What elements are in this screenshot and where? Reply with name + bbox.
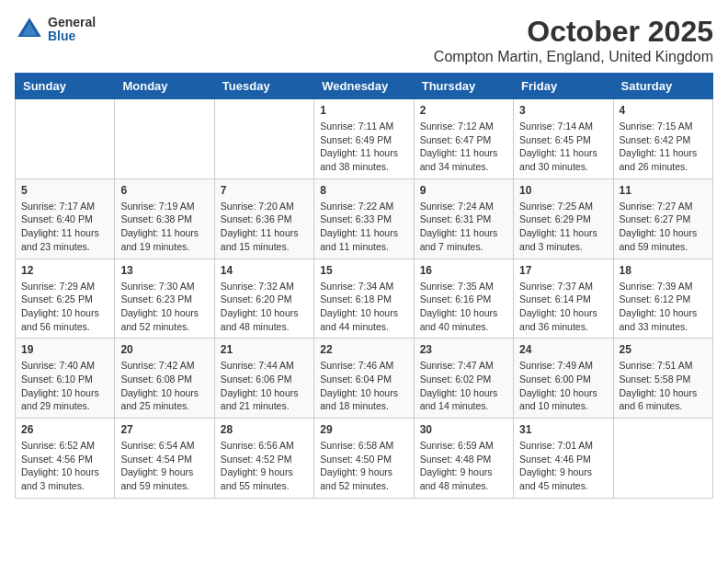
calendar-cell: 26Sunrise: 6:52 AM Sunset: 4:56 PM Dayli… — [16, 419, 115, 499]
calendar-cell: 25Sunrise: 7:51 AM Sunset: 5:58 PM Dayli… — [613, 339, 712, 419]
day-number: 6 — [120, 184, 208, 197]
day-number: 9 — [420, 184, 507, 197]
day-info: Sunrise: 7:47 AM Sunset: 6:02 PM Dayligh… — [420, 359, 507, 413]
weekday-header-friday: Friday — [514, 74, 613, 99]
calendar-cell: 8Sunrise: 7:22 AM Sunset: 6:33 PM Daylig… — [314, 178, 414, 259]
day-info: Sunrise: 7:17 AM Sunset: 6:40 PM Dayligh… — [21, 200, 108, 254]
day-number: 5 — [21, 184, 108, 197]
calendar-cell: 7Sunrise: 7:20 AM Sunset: 6:36 PM Daylig… — [214, 178, 313, 259]
day-number: 27 — [120, 423, 208, 436]
day-info: Sunrise: 7:44 AM Sunset: 6:06 PM Dayligh… — [221, 359, 308, 413]
day-number: 3 — [519, 104, 607, 117]
calendar-cell: 21Sunrise: 7:44 AM Sunset: 6:06 PM Dayli… — [214, 339, 313, 419]
weekday-header-thursday: Thursday — [414, 74, 513, 99]
day-number: 18 — [620, 264, 707, 277]
day-number: 12 — [21, 264, 108, 277]
day-number: 25 — [620, 343, 707, 356]
calendar-cell: 12Sunrise: 7:29 AM Sunset: 6:25 PM Dayli… — [16, 259, 115, 339]
day-info: Sunrise: 6:58 AM Sunset: 4:50 PM Dayligh… — [320, 439, 407, 493]
week-row-2: 12Sunrise: 7:29 AM Sunset: 6:25 PM Dayli… — [16, 259, 713, 339]
calendar-cell: 24Sunrise: 7:49 AM Sunset: 6:00 PM Dayli… — [514, 339, 613, 419]
logo-blue-text: Blue — [48, 29, 96, 43]
day-number: 26 — [21, 423, 108, 436]
day-number: 11 — [620, 184, 707, 197]
page-header: General Blue October 2025 Compton Martin… — [15, 15, 713, 65]
day-number: 22 — [320, 343, 407, 356]
day-info: Sunrise: 7:32 AM Sunset: 6:20 PM Dayligh… — [221, 280, 308, 334]
day-info: Sunrise: 7:30 AM Sunset: 6:23 PM Dayligh… — [120, 280, 208, 334]
weekday-header-saturday: Saturday — [613, 74, 712, 99]
calendar-cell — [16, 99, 115, 179]
day-number: 2 — [420, 104, 507, 117]
day-info: Sunrise: 7:19 AM Sunset: 6:38 PM Dayligh… — [120, 200, 208, 254]
day-number: 10 — [519, 184, 607, 197]
day-number: 23 — [420, 343, 507, 356]
day-number: 13 — [120, 264, 208, 277]
logo-general: General — [48, 16, 96, 29]
day-info: Sunrise: 7:49 AM Sunset: 6:00 PM Dayligh… — [519, 359, 607, 413]
calendar-cell: 22Sunrise: 7:46 AM Sunset: 6:04 PM Dayli… — [314, 339, 414, 419]
day-info: Sunrise: 7:22 AM Sunset: 6:33 PM Dayligh… — [320, 200, 407, 254]
calendar-cell: 28Sunrise: 6:56 AM Sunset: 4:52 PM Dayli… — [214, 419, 313, 499]
calendar-cell — [214, 99, 313, 179]
day-info: Sunrise: 7:46 AM Sunset: 6:04 PM Dayligh… — [320, 359, 407, 413]
day-number: 1 — [320, 104, 407, 117]
calendar-cell: 19Sunrise: 7:40 AM Sunset: 6:10 PM Dayli… — [16, 339, 115, 419]
calendar-cell: 30Sunrise: 6:59 AM Sunset: 4:48 PM Dayli… — [414, 419, 513, 499]
calendar-cell: 16Sunrise: 7:35 AM Sunset: 6:16 PM Dayli… — [414, 259, 513, 339]
day-info: Sunrise: 6:59 AM Sunset: 4:48 PM Dayligh… — [420, 439, 507, 493]
day-info: Sunrise: 7:35 AM Sunset: 6:16 PM Dayligh… — [420, 280, 507, 334]
calendar-cell: 15Sunrise: 7:34 AM Sunset: 6:18 PM Dayli… — [314, 259, 414, 339]
calendar-cell — [115, 99, 214, 179]
day-number: 28 — [221, 423, 308, 436]
calendar-cell: 27Sunrise: 6:54 AM Sunset: 4:54 PM Dayli… — [115, 419, 214, 499]
week-row-0: 1Sunrise: 7:11 AM Sunset: 6:49 PM Daylig… — [16, 99, 713, 179]
day-info: Sunrise: 7:37 AM Sunset: 6:14 PM Dayligh… — [519, 280, 607, 334]
calendar-cell: 14Sunrise: 7:32 AM Sunset: 6:20 PM Dayli… — [214, 259, 313, 339]
day-number: 31 — [519, 423, 607, 436]
day-number: 4 — [620, 104, 707, 117]
day-info: Sunrise: 7:34 AM Sunset: 6:18 PM Dayligh… — [320, 280, 407, 334]
calendar-cell: 1Sunrise: 7:11 AM Sunset: 6:49 PM Daylig… — [314, 99, 414, 179]
day-number: 7 — [221, 184, 308, 197]
calendar-cell: 5Sunrise: 7:17 AM Sunset: 6:40 PM Daylig… — [16, 178, 115, 259]
day-number: 17 — [519, 264, 607, 277]
day-info: Sunrise: 7:39 AM Sunset: 6:12 PM Dayligh… — [620, 280, 707, 334]
logo-icon — [15, 15, 44, 44]
day-info: Sunrise: 7:01 AM Sunset: 4:46 PM Dayligh… — [519, 439, 607, 493]
day-info: Sunrise: 7:24 AM Sunset: 6:31 PM Dayligh… — [420, 200, 507, 254]
day-info: Sunrise: 7:40 AM Sunset: 6:10 PM Dayligh… — [21, 359, 108, 413]
calendar-cell: 3Sunrise: 7:14 AM Sunset: 6:45 PM Daylig… — [514, 99, 613, 179]
calendar-subtitle: Compton Martin, England, United Kingdom — [434, 49, 713, 65]
day-number: 8 — [320, 184, 407, 197]
day-number: 15 — [320, 264, 407, 277]
day-number: 14 — [221, 264, 308, 277]
day-number: 21 — [221, 343, 308, 356]
day-info: Sunrise: 7:20 AM Sunset: 6:36 PM Dayligh… — [221, 200, 308, 254]
day-info: Sunrise: 7:25 AM Sunset: 6:29 PM Dayligh… — [519, 200, 607, 254]
day-info: Sunrise: 7:42 AM Sunset: 6:08 PM Dayligh… — [120, 359, 208, 413]
calendar-title: October 2025 — [434, 15, 713, 49]
calendar-cell — [613, 419, 712, 499]
title-block: October 2025 Compton Martin, England, Un… — [434, 15, 713, 65]
calendar-cell: 6Sunrise: 7:19 AM Sunset: 6:38 PM Daylig… — [115, 178, 214, 259]
calendar-cell: 17Sunrise: 7:37 AM Sunset: 6:14 PM Dayli… — [514, 259, 613, 339]
calendar-cell: 18Sunrise: 7:39 AM Sunset: 6:12 PM Dayli… — [613, 259, 712, 339]
weekday-header-monday: Monday — [115, 74, 214, 99]
day-number: 30 — [420, 423, 507, 436]
weekday-header-sunday: Sunday — [16, 74, 115, 99]
calendar-cell: 2Sunrise: 7:12 AM Sunset: 6:47 PM Daylig… — [414, 99, 513, 179]
day-number: 20 — [120, 343, 208, 356]
calendar-cell: 23Sunrise: 7:47 AM Sunset: 6:02 PM Dayli… — [414, 339, 513, 419]
calendar-header: SundayMondayTuesdayWednesdayThursdayFrid… — [16, 74, 713, 99]
calendar-cell: 9Sunrise: 7:24 AM Sunset: 6:31 PM Daylig… — [414, 178, 513, 259]
day-info: Sunrise: 7:29 AM Sunset: 6:25 PM Dayligh… — [21, 280, 108, 334]
day-info: Sunrise: 6:54 AM Sunset: 4:54 PM Dayligh… — [120, 439, 208, 493]
day-info: Sunrise: 7:12 AM Sunset: 6:47 PM Dayligh… — [420, 120, 507, 174]
logo-text: General Blue — [48, 16, 96, 44]
weekday-header-wednesday: Wednesday — [314, 74, 414, 99]
calendar-cell: 13Sunrise: 7:30 AM Sunset: 6:23 PM Dayli… — [115, 259, 214, 339]
day-number: 29 — [320, 423, 407, 436]
day-info: Sunrise: 7:51 AM Sunset: 5:58 PM Dayligh… — [620, 359, 707, 413]
day-info: Sunrise: 7:11 AM Sunset: 6:49 PM Dayligh… — [320, 120, 407, 174]
